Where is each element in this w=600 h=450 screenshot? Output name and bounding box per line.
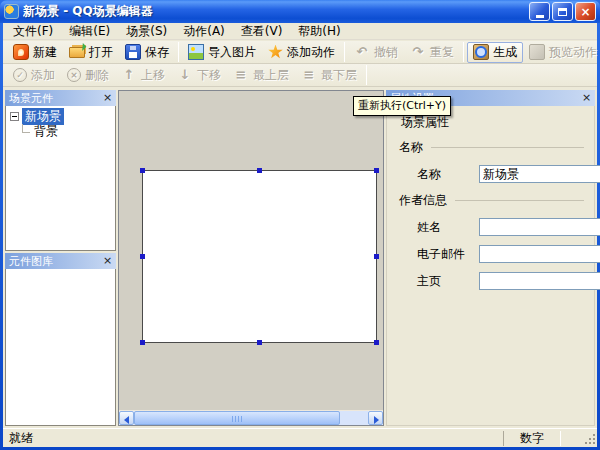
- selection-handle[interactable]: [140, 340, 145, 345]
- gallery-body[interactable]: [5, 269, 116, 426]
- bottommost-label: 最下层: [321, 67, 357, 84]
- menu-view[interactable]: 查看(V): [233, 22, 291, 41]
- maximize-icon: [558, 8, 567, 16]
- toolbar-separator: [344, 42, 345, 62]
- app-body: 文件(F) 编辑(E) 场景(S) 动作(A) 查看(V) 帮助(H) 新建 打…: [3, 23, 597, 447]
- minimize-button[interactable]: [529, 2, 550, 21]
- author-name-input[interactable]: [479, 218, 600, 236]
- maximize-button[interactable]: [552, 2, 573, 21]
- selection-handle[interactable]: [374, 340, 379, 345]
- scene-canvas[interactable]: [118, 90, 384, 426]
- topmost-button: ≡ 最上层: [227, 65, 295, 86]
- move-down-label: 下移: [197, 67, 221, 84]
- scrollbar-thumb[interactable]: [134, 411, 340, 425]
- scene-elements-header[interactable]: 场景元件 ×: [5, 90, 116, 106]
- open-button[interactable]: 打开: [63, 42, 119, 63]
- gallery-header[interactable]: 元件图库 ×: [5, 253, 116, 269]
- new-button[interactable]: 新建: [7, 42, 63, 63]
- bottommost-button: ≡ 最下层: [295, 65, 363, 86]
- generate-button[interactable]: 生成: [467, 42, 523, 63]
- name-group: 名称: [399, 139, 584, 156]
- name-input[interactable]: [479, 165, 600, 183]
- generate-gear-icon: [473, 44, 489, 60]
- toolbar-separator: [178, 42, 179, 62]
- save-button[interactable]: 保存: [119, 42, 175, 63]
- delete-element-button: × 删除: [61, 65, 115, 86]
- scene-elements-panel: 场景元件 × 新场景 背景: [5, 90, 116, 251]
- menu-action[interactable]: 动作(A): [175, 22, 233, 41]
- panel-close-icon[interactable]: ×: [101, 92, 114, 105]
- num-lock-indicator: 数字: [503, 431, 561, 446]
- menubar: 文件(F) 编辑(E) 场景(S) 动作(A) 查看(V) 帮助(H): [3, 23, 597, 40]
- cross-circle-icon: ×: [67, 68, 81, 82]
- selection-handle[interactable]: [140, 168, 145, 173]
- left-column: 场景元件 × 新场景 背景: [3, 88, 117, 428]
- new-icon: [13, 44, 29, 60]
- tree-branch-line: [22, 124, 30, 133]
- menu-help[interactable]: 帮助(H): [290, 22, 348, 41]
- minimize-icon: [536, 15, 544, 18]
- move-up-button: ↑ 上移: [115, 65, 171, 86]
- tree-root-row[interactable]: 新场景: [8, 109, 113, 124]
- homepage-input[interactable]: [479, 272, 600, 290]
- tree-child-label[interactable]: 背景: [34, 123, 58, 140]
- add-action-label: 添加动作: [287, 44, 335, 61]
- tree-collapse-icon[interactable]: [10, 112, 19, 121]
- toolbar-separator: [366, 65, 367, 85]
- selection-handle[interactable]: [140, 254, 145, 259]
- name-group-label: 名称: [399, 139, 423, 156]
- save-floppy-icon: [125, 44, 141, 60]
- layers-icon: ≡: [301, 67, 317, 83]
- menu-file[interactable]: 文件(F): [5, 22, 61, 41]
- resize-grip[interactable]: [583, 431, 597, 446]
- horizontal-scrollbar[interactable]: [119, 410, 383, 425]
- image-icon: [188, 44, 204, 60]
- undo-button: ↶ 撤销: [348, 42, 404, 63]
- group-divider-line: [455, 200, 584, 201]
- selection-handle[interactable]: [257, 340, 262, 345]
- new-button-label: 新建: [33, 44, 57, 61]
- homepage-field-row: 主页: [417, 272, 582, 290]
- statusbar: 就绪 数字: [3, 428, 597, 447]
- selection-handle[interactable]: [374, 168, 379, 173]
- panel-close-icon[interactable]: ×: [580, 92, 593, 105]
- author-group: 作者信息: [399, 192, 584, 209]
- scroll-right-arrow-icon[interactable]: [368, 411, 383, 425]
- add-action-button[interactable]: 添加动作: [262, 42, 341, 63]
- panel-close-icon[interactable]: ×: [101, 255, 114, 268]
- add-element-label: 添加: [31, 67, 55, 84]
- tree-child-row[interactable]: 背景: [16, 124, 113, 139]
- author-name-field-row: 姓名: [417, 218, 582, 236]
- menu-scene[interactable]: 场景(S): [118, 22, 175, 41]
- toolbar-layer: ✓ 添加 × 删除 ↑ 上移 ↓ 下移 ≡ 最上层 ≡ 最下层: [3, 64, 597, 87]
- name-field-row: 名称: [417, 165, 582, 183]
- down-arrow-icon: ↓: [177, 67, 193, 83]
- import-image-button[interactable]: 导入图片: [182, 42, 262, 63]
- redo-button: ↷ 重复: [404, 42, 460, 63]
- scene-background-element[interactable]: [142, 170, 377, 343]
- undo-arrow-icon: ↶: [354, 44, 370, 60]
- scroll-left-arrow-icon[interactable]: [119, 411, 134, 425]
- add-element-button: ✓ 添加: [7, 65, 61, 86]
- toolbar-main: 新建 打开 保存 导入图片 添加动作 ↶ 撤销: [3, 41, 597, 64]
- open-button-label: 打开: [89, 44, 113, 61]
- app-icon: [4, 4, 19, 19]
- selection-handle[interactable]: [257, 168, 262, 173]
- delete-element-label: 删除: [85, 67, 109, 84]
- email-label: 电子邮件: [417, 246, 479, 263]
- preview-action-label: 预览动作: [549, 44, 597, 61]
- redo-arrow-icon: ↷: [410, 44, 426, 60]
- topmost-label: 最上层: [253, 67, 289, 84]
- email-field-row: 电子邮件: [417, 245, 582, 263]
- selection-handle[interactable]: [374, 254, 379, 259]
- close-button[interactable]: ×: [575, 2, 596, 21]
- titlebar[interactable]: 新场景 - QQ场景编辑器 ×: [0, 0, 600, 23]
- redo-label: 重复: [430, 44, 454, 61]
- scrollbar-track[interactable]: [134, 411, 368, 425]
- author-group-label: 作者信息: [399, 192, 447, 209]
- menu-edit[interactable]: 编辑(E): [61, 22, 118, 41]
- email-input[interactable]: [479, 245, 600, 263]
- scene-tree: 新场景 背景: [6, 106, 115, 142]
- open-folder-icon: [69, 44, 85, 60]
- generate-label: 生成: [493, 44, 517, 61]
